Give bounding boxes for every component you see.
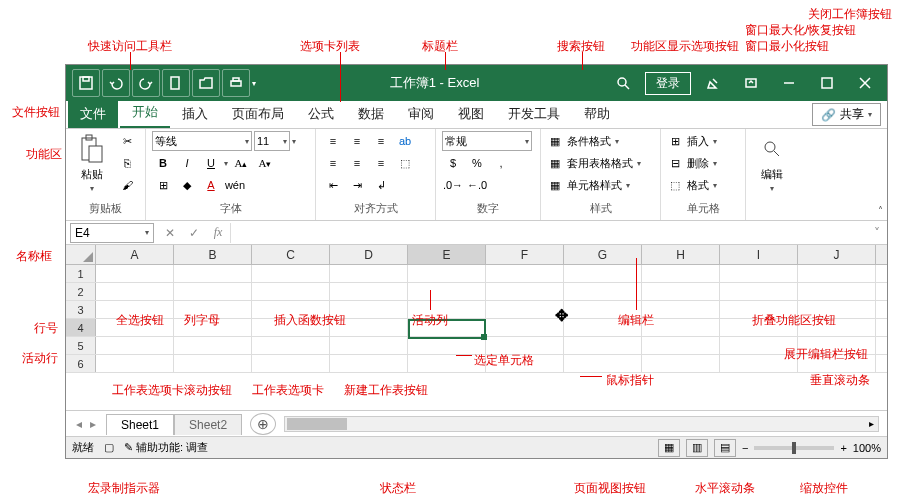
row-header[interactable]: 5 (66, 337, 96, 354)
font-name-select[interactable]: 等线▾ (152, 131, 252, 151)
col-header[interactable]: F (486, 245, 564, 264)
minimize-icon[interactable] (773, 69, 805, 97)
italic-button[interactable]: I (176, 153, 198, 173)
new-sheet-button[interactable]: ⊕ (250, 413, 276, 435)
number-format-select[interactable]: 常规▾ (442, 131, 532, 151)
login-button[interactable]: 登录 (645, 72, 691, 95)
view-normal-icon[interactable]: ▦ (658, 439, 680, 457)
active-cell[interactable] (408, 319, 486, 339)
chevron-down-icon[interactable]: ▾ (224, 159, 228, 168)
indent-inc-icon[interactable]: ⇥ (346, 175, 368, 195)
align-left-icon[interactable]: ≡ (322, 153, 344, 173)
col-header[interactable]: K (876, 245, 887, 264)
align-bottom-icon[interactable]: ≡ (370, 131, 392, 151)
col-header[interactable]: I (720, 245, 798, 264)
undo-icon[interactable] (102, 69, 130, 97)
col-header[interactable]: D (330, 245, 408, 264)
select-all-button[interactable] (66, 245, 96, 264)
merge-icon[interactable]: ⬚ (394, 153, 416, 173)
currency-icon[interactable]: $ (442, 153, 464, 173)
insert-function-icon[interactable]: fx (206, 223, 230, 243)
formula-input[interactable] (230, 223, 867, 243)
row-header[interactable]: 1 (66, 265, 96, 282)
qat-more-icon[interactable]: ▾ (252, 79, 256, 88)
accessibility-status[interactable]: ✎ 辅助功能: 调查 (124, 440, 208, 455)
border-button[interactable]: ⊞ (152, 175, 174, 195)
new-icon[interactable] (162, 69, 190, 97)
tab-help[interactable]: 帮助 (572, 100, 622, 128)
tab-data[interactable]: 数据 (346, 100, 396, 128)
expand-formula-bar-icon[interactable]: ˅ (867, 226, 887, 240)
view-pagebreak-icon[interactable]: ▤ (714, 439, 736, 457)
enter-icon[interactable]: ✓ (182, 223, 206, 243)
wrap-text-icon[interactable]: ↲ (370, 175, 392, 195)
search-icon[interactable] (607, 69, 639, 97)
col-header[interactable]: H (642, 245, 720, 264)
sheet-tab[interactable]: Sheet2 (174, 414, 242, 435)
zoom-level[interactable]: 100% (853, 442, 881, 454)
font-shrink-icon[interactable]: A▾ (254, 153, 276, 173)
share-button[interactable]: 🔗共享▾ (812, 103, 881, 126)
font-size-select[interactable]: 11▾ (254, 131, 290, 151)
comma-icon[interactable]: , (490, 153, 512, 173)
col-header[interactable]: A (96, 245, 174, 264)
zoom-out-icon[interactable]: − (742, 442, 748, 454)
align-middle-icon[interactable]: ≡ (346, 131, 368, 151)
chevron-down-icon[interactable]: ▾ (292, 137, 296, 146)
zoom-handle[interactable] (792, 442, 796, 454)
align-top-icon[interactable]: ≡ (322, 131, 344, 151)
insert-cells-button[interactable]: ⊞插入▾ (667, 131, 717, 151)
collapse-ribbon-icon[interactable]: ˄ (878, 205, 883, 216)
macro-record-icon[interactable]: ▢ (104, 441, 114, 454)
tab-formulas[interactable]: 公式 (296, 100, 346, 128)
tab-insert[interactable]: 插入 (170, 100, 220, 128)
tab-review[interactable]: 审阅 (396, 100, 446, 128)
scroll-thumb[interactable] (287, 418, 347, 430)
cut-icon[interactable]: ✂ (116, 131, 138, 151)
grid[interactable]: A B C D E F G H I J K 1 2 3 4 5 6 (66, 245, 887, 410)
row-header-active[interactable]: 4 (66, 319, 96, 336)
tab-file[interactable]: 文件 (68, 100, 118, 128)
zoom-in-icon[interactable]: + (840, 442, 846, 454)
percent-icon[interactable]: % (466, 153, 488, 173)
indent-dec-icon[interactable]: ⇤ (322, 175, 344, 195)
paste-button[interactable]: 粘贴 ▾ (72, 131, 112, 195)
orientation-icon[interactable]: ab (394, 131, 416, 151)
name-box[interactable]: E4▾ (70, 223, 154, 243)
sheet-tab-active[interactable]: Sheet1 (106, 414, 174, 435)
ribbon-display-options-icon[interactable] (735, 69, 767, 97)
row-header[interactable]: 6 (66, 355, 96, 372)
col-header[interactable]: J (798, 245, 876, 264)
format-cells-button[interactable]: ⬚格式▾ (667, 175, 717, 195)
close-icon[interactable] (849, 69, 881, 97)
tab-dev[interactable]: 开发工具 (496, 100, 572, 128)
align-center-icon[interactable]: ≡ (346, 153, 368, 173)
view-pagelayout-icon[interactable]: ▥ (686, 439, 708, 457)
tab-layout[interactable]: 页面布局 (220, 100, 296, 128)
scroll-right-icon[interactable]: ▸ (864, 417, 878, 431)
pen-icon[interactable] (697, 69, 729, 97)
copy-icon[interactable]: ⎘ (116, 153, 138, 173)
sheet-prev-icon[interactable]: ◂ (76, 417, 82, 431)
tab-view[interactable]: 视图 (446, 100, 496, 128)
underline-button[interactable]: U (200, 153, 222, 173)
align-right-icon[interactable]: ≡ (370, 153, 392, 173)
editing-button[interactable]: 编辑 ▾ (752, 131, 792, 195)
cell-styles-button[interactable]: ▦单元格样式▾ (547, 175, 641, 195)
zoom-slider[interactable] (754, 446, 834, 450)
row-header[interactable]: 3 (66, 301, 96, 318)
print-icon[interactable] (222, 69, 250, 97)
bold-button[interactable]: B (152, 153, 174, 173)
font-color-button[interactable]: A (200, 175, 222, 195)
conditional-format-button[interactable]: ▦条件格式▾ (547, 131, 641, 151)
col-header[interactable]: B (174, 245, 252, 264)
tab-home[interactable]: 开始 (120, 98, 170, 128)
decimal-dec-icon[interactable]: ←.0 (466, 175, 488, 195)
maximize-icon[interactable] (811, 69, 843, 97)
format-table-button[interactable]: ▦套用表格格式▾ (547, 153, 641, 173)
horizontal-scrollbar[interactable]: ◂ ▸ (284, 416, 879, 432)
row-header[interactable]: 2 (66, 283, 96, 300)
format-painter-icon[interactable]: 🖌 (116, 175, 138, 195)
delete-cells-button[interactable]: ⊟删除▾ (667, 153, 717, 173)
phonetic-button[interactable]: wén (224, 175, 246, 195)
